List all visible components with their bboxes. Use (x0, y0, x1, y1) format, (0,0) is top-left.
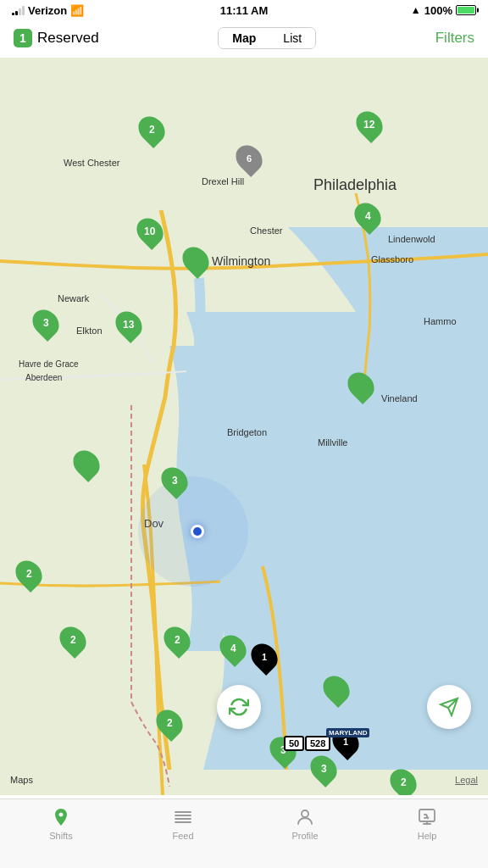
map-list-toggle[interactable]: Map List (218, 27, 316, 49)
carrier-label: Verizon (28, 4, 67, 17)
marker-2-bottom[interactable]: 2 (158, 709, 181, 737)
reserved-badge: 1 Reserved (14, 29, 99, 47)
profile-icon (294, 806, 316, 828)
marker-pin-vineland[interactable] (349, 371, 373, 400)
tab-help[interactable]: Help (393, 806, 461, 841)
marker-4-ne[interactable]: 4 (356, 202, 380, 231)
marker-4-mid[interactable]: 4 (221, 634, 245, 663)
profile-label: Profile (291, 831, 318, 841)
tab-bar: Shifts Feed Profile (0, 798, 488, 868)
map-toggle-button[interactable]: Map (219, 28, 269, 48)
marker-3-bottom[interactable]: 3 (312, 754, 336, 783)
svg-point-9 (428, 818, 429, 819)
tab-profile[interactable]: Profile (271, 806, 339, 841)
wifi-icon: 📶 (70, 4, 84, 17)
reserved-label: Reserved (37, 30, 99, 47)
top-nav: 1 Reserved Map List Filters (0, 19, 488, 58)
status-bar: Verizon 📶 11:11 AM ▲ 100% (0, 0, 488, 19)
marker-2-top[interactable]: 2 (140, 115, 164, 144)
marker-3-nw[interactable]: 3 (34, 309, 58, 337)
apple-maps-logo: Maps (10, 775, 33, 785)
marker-6-gray[interactable]: 6 (237, 144, 261, 173)
marker-3-dover[interactable]: 3 (163, 466, 186, 495)
marker-2-mid[interactable]: 2 (165, 626, 189, 654)
marker-pin-wilmington[interactable] (184, 246, 208, 275)
marker-pin-west[interactable] (75, 449, 98, 478)
maps-label: Maps (10, 775, 33, 785)
map-container[interactable]: Philadelphia West Chester Drexel Hill Ch… (0, 58, 488, 795)
tab-feed[interactable]: Feed (149, 806, 217, 841)
help-label: Help (418, 831, 437, 841)
shifts-label: Shifts (49, 831, 73, 841)
signal-icon (12, 5, 25, 15)
help-icon (416, 806, 438, 828)
refresh-button[interactable] (217, 685, 261, 729)
battery-percent-label: 100% (424, 4, 452, 17)
maryland-sign: MARYLAND (326, 728, 369, 737)
list-toggle-button[interactable]: List (269, 28, 315, 48)
marker-10[interactable]: 10 (138, 217, 162, 246)
marker-12[interactable]: 12 (358, 110, 381, 139)
marker-2-sw[interactable]: 2 (61, 626, 85, 654)
location-arrow-icon: ▲ (411, 4, 421, 16)
tab-shifts[interactable]: Shifts (27, 806, 95, 841)
route-528-sign: 528 (305, 736, 330, 751)
feed-label: Feed (172, 831, 193, 841)
marker-pin-lower[interactable] (324, 675, 348, 704)
reserved-count: 1 (14, 29, 32, 47)
location-button[interactable] (427, 685, 471, 729)
svg-point-5 (302, 810, 308, 817)
user-location-marker (191, 525, 204, 538)
shifts-icon (50, 806, 72, 828)
marker-1-black[interactable]: 1 (252, 643, 276, 671)
battery-icon (456, 5, 476, 15)
feed-icon (172, 806, 194, 828)
time-label: 11:11 AM (220, 4, 269, 17)
marker-13[interactable]: 13 (117, 310, 141, 339)
marker-2-left[interactable]: 2 (17, 559, 41, 588)
filters-button[interactable]: Filters (435, 30, 474, 47)
legal-button[interactable]: Legal (455, 775, 478, 785)
marker-2-far-right[interactable]: 2 (391, 768, 415, 795)
route-50-sign: 50 (284, 736, 304, 751)
